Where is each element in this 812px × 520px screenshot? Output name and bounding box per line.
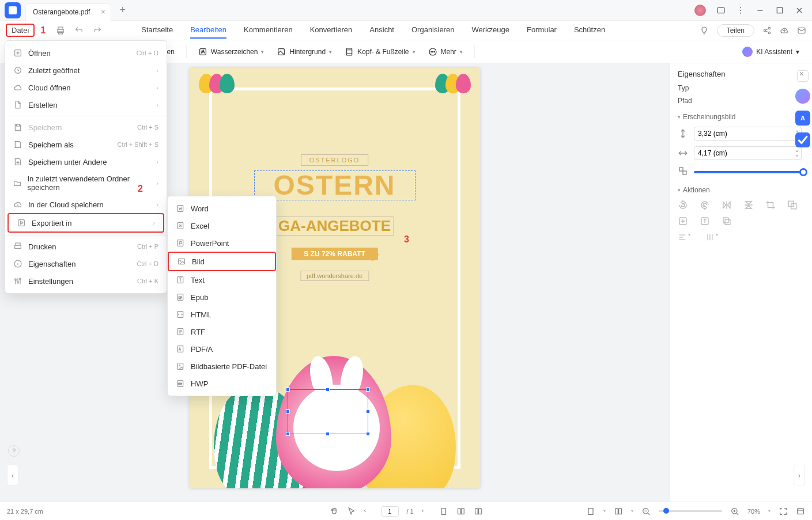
page-input[interactable] <box>381 506 398 517</box>
minimize-icon[interactable] <box>756 6 765 15</box>
panel-toggle-icon[interactable] <box>797 70 809 82</box>
help-icon[interactable]: ? <box>8 445 20 457</box>
new-tab-button[interactable]: + <box>119 4 126 16</box>
rail-translate-icon[interactable]: A <box>795 111 810 126</box>
tab-schuetzen[interactable]: Schützen <box>574 22 605 39</box>
flip-vertical-icon[interactable] <box>743 200 754 210</box>
cloud-upload-icon[interactable] <box>780 26 789 35</box>
next-page-icon[interactable]: › <box>422 507 431 516</box>
svg-point-58 <box>15 279 17 281</box>
tab-kommentieren[interactable]: Kommentieren <box>244 22 293 39</box>
tab-werkzeuge[interactable]: Werkzeuge <box>471 22 509 39</box>
tab-formular[interactable]: Formular <box>527 22 557 39</box>
prop-actions-section[interactable]: Aktionen <box>678 186 804 194</box>
fm-settings[interactable]: EinstellungenCtrl + K <box>5 272 167 290</box>
fm-open[interactable]: ÖffnenCtrl + O <box>5 44 167 62</box>
print-icon[interactable] <box>56 26 65 35</box>
share-network-icon[interactable] <box>762 26 772 35</box>
height-input[interactable] <box>694 146 802 160</box>
fm-properties[interactable]: EigenschaftenCtrl + D <box>5 255 167 272</box>
ribbon-ai-assistant[interactable]: KI Assistent▾ <box>737 44 805 59</box>
mail-icon[interactable] <box>797 26 806 35</box>
fm-print[interactable]: DruckenCtrl + P <box>5 238 167 255</box>
read-mode-icon[interactable] <box>796 507 805 516</box>
close-tab-icon[interactable]: × <box>101 8 105 16</box>
view-mode-2-icon[interactable] <box>456 507 466 516</box>
doc-headline[interactable]: OSTERN <box>254 170 416 200</box>
ex-excel[interactable]: Excel <box>168 217 276 234</box>
zoom-value[interactable]: 70% <box>747 508 760 515</box>
align-icon[interactable]: ▾ <box>678 232 694 242</box>
ribbon-watermark[interactable]: Wasserzeichen▾ <box>194 45 269 59</box>
doc-logo-label: OSTERLOGO <box>301 154 369 166</box>
reading-mode-icon[interactable] <box>474 507 483 516</box>
collapse-left-icon[interactable]: ‹ <box>7 465 18 485</box>
tab-startseite[interactable]: Startseite <box>141 22 173 39</box>
fm-create[interactable]: Erstellen› <box>5 96 167 113</box>
annotation-1: 1 <box>40 25 46 36</box>
rotate-left-icon[interactable] <box>678 200 688 210</box>
document-tab[interactable]: Osterangebote.pdf × <box>25 3 111 21</box>
kebab-menu-icon[interactable] <box>736 6 745 15</box>
background-icon <box>277 47 286 56</box>
rail-check-icon[interactable] <box>795 132 810 147</box>
ex-powerpoint[interactable]: PowerPoint <box>168 234 276 252</box>
layout-icon[interactable] <box>614 507 623 516</box>
ex-text[interactable]: Text <box>168 271 276 289</box>
fm-cloud-open[interactable]: Cloud öffnen› <box>5 79 167 96</box>
ex-word[interactable]: Word <box>168 200 276 217</box>
ribbon-header-footer[interactable]: Kopf- & Fußzeile▾ <box>340 45 420 59</box>
lightbulb-icon[interactable] <box>700 26 709 35</box>
ex-epub[interactable]: EPEpub <box>168 289 276 306</box>
undo-icon[interactable] <box>74 26 84 35</box>
flip-horizontal-icon[interactable] <box>722 200 732 210</box>
user-avatar[interactable] <box>694 5 706 16</box>
hand-tool-icon[interactable] <box>329 507 338 516</box>
tab-organisieren[interactable]: Organisieren <box>411 22 454 39</box>
ex-html[interactable]: HTML <box>168 306 276 323</box>
collapse-right-icon[interactable]: › <box>794 465 805 485</box>
rotate-right-icon[interactable] <box>700 200 710 210</box>
fm-save-cloud[interactable]: In der Cloud speichern› <box>5 196 167 213</box>
tab-bearbeiten[interactable]: Bearbeiten <box>190 22 226 39</box>
ex-rtf[interactable]: RTF <box>168 323 276 340</box>
ex-image[interactable]: Bild <box>168 252 276 271</box>
prop-appearance-section[interactable]: Erscheinungsbild <box>678 113 804 121</box>
height-icon <box>678 128 688 139</box>
view-mode-1-icon[interactable] <box>439 507 448 516</box>
fit-width-icon[interactable] <box>586 507 595 516</box>
tab-ansicht[interactable]: Ansicht <box>369 22 394 39</box>
tab-konvertieren[interactable]: Konvertieren <box>310 22 353 39</box>
file-menu-button[interactable]: Datei <box>6 24 35 37</box>
zoom-out-icon[interactable] <box>641 507 651 516</box>
maximize-icon[interactable] <box>775 6 784 15</box>
ex-hwp[interactable]: HWHWP <box>168 375 276 392</box>
zoom-in-icon[interactable] <box>730 507 739 516</box>
replace-image-icon[interactable] <box>787 200 798 210</box>
select-tool-icon[interactable] <box>346 507 356 516</box>
extract-icon[interactable] <box>678 216 688 226</box>
selection-handles[interactable] <box>288 389 368 434</box>
share-button[interactable]: Teilen <box>717 24 754 37</box>
close-window-icon[interactable] <box>795 6 804 15</box>
message-icon[interactable] <box>716 6 726 15</box>
opacity-slider[interactable] <box>694 171 804 173</box>
fullscreen-icon[interactable] <box>779 507 788 516</box>
fm-export[interactable]: Exportiert in› <box>7 213 164 233</box>
ex-pdfa[interactable]: APDF/A <box>168 340 276 358</box>
fm-save-other[interactable]: Speichern unter Andere› <box>5 153 167 170</box>
copy-icon[interactable] <box>722 216 732 226</box>
distribute-icon[interactable]: ▾ <box>705 232 722 242</box>
crop-icon[interactable] <box>765 200 776 210</box>
ex-imagepdf[interactable]: Bildbasierte PDF-Datei <box>168 358 276 375</box>
prev-page-icon[interactable]: ‹ <box>364 507 373 516</box>
fm-save-as[interactable]: Speichern alsCtrl + Shift + S <box>5 136 167 153</box>
ribbon-background[interactable]: Hintergrund▾ <box>272 45 337 59</box>
fm-recent[interactable]: Zuletzt geöffnet› <box>5 62 167 79</box>
redo-icon[interactable] <box>93 26 102 35</box>
ai-rail-icon[interactable] <box>795 89 810 104</box>
ribbon-more[interactable]: Mehr▾ <box>424 45 467 59</box>
ocr-icon[interactable] <box>700 216 710 226</box>
zoom-slider[interactable] <box>659 510 722 512</box>
width-input[interactable] <box>694 127 802 141</box>
